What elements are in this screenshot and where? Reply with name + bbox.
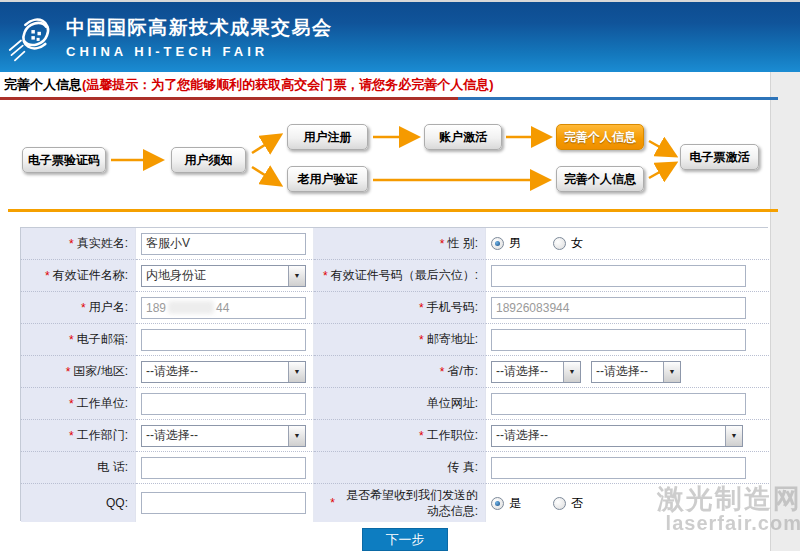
cell-company-website [486,388,769,420]
cell-country: --请选择-- ▼ [136,356,314,388]
flow-step-eticket-activate: 电子票激活 [680,144,759,170]
label-company-website: 单位网址: [314,388,486,420]
dropdown-arrow-icon: ▼ [288,426,305,446]
chtf-logo-icon [8,11,60,63]
orange-divider [8,209,778,212]
phone-input[interactable] [141,457,306,479]
label-email: * 电子邮箱: [21,324,136,356]
department-select[interactable]: --请选择-- ▼ [141,425,306,447]
dropdown-arrow-icon: ▼ [563,362,580,382]
label-newsletter: * 是否希望收到我们发送的动态信息: [314,484,486,522]
id-number-input[interactable] [491,265,746,287]
label-qq: QQ: [21,484,136,522]
cell-username: 189 44 [136,292,314,324]
flow-step-complete-info: 完善个人信息 [556,166,644,192]
notice-tip: (温馨提示：为了您能够顺利的获取高交会门票，请您务必完善个人信息) [82,76,494,94]
dropdown-arrow-icon: ▼ [725,426,742,446]
position-select[interactable]: --请选择-- ▼ [491,425,743,447]
label-fax: 传 真: [314,452,486,484]
cell-id-number [486,260,769,292]
label-province-city: * 省/市: [314,356,486,388]
province-select[interactable]: --请选择-- ▼ [491,361,581,383]
username-redaction [168,301,214,314]
country-select[interactable]: --请选择-- ▼ [141,361,306,383]
mobile-input-disabled [491,297,746,319]
label-position: * 工作职位: [314,420,486,452]
company-input[interactable] [141,393,306,415]
label-country: * 国家/地区: [21,356,136,388]
site-title-cn: 中国国际高新技术成果交易会 [66,15,333,41]
gender-female-radio[interactable] [553,237,566,250]
newsletter-no-option[interactable]: 否 [553,495,583,512]
email-input[interactable] [141,329,306,351]
label-phone: 电 话: [21,452,136,484]
username-field-disabled: 189 44 [141,297,306,319]
flow-step-eticket-code: 电子票验证码 [22,147,106,173]
cell-province-city: --请选择-- ▼ --请选择-- ▼ [486,356,769,388]
real-name-input[interactable] [141,233,306,255]
cell-position: --请选择-- ▼ [486,420,769,452]
label-real-name: * 真实姓名: [21,228,136,260]
dropdown-arrow-icon: ▼ [288,362,305,382]
flow-step-user-register: 用户注册 [287,124,368,150]
gender-male-option[interactable]: 男 [491,235,521,252]
flow-arrows [0,110,778,210]
cell-fax [486,452,769,484]
site-title-en: CHINA HI-TECH FAIR [66,44,333,59]
next-step-button[interactable]: 下一步 [362,528,448,551]
personal-info-form: * 真实姓名: * 性 别: 男 女 * 有效证件名称: 内 [20,227,768,521]
city-select[interactable]: --请选择-- ▼ [591,361,681,383]
title-divider [0,97,778,100]
cell-phone [136,452,314,484]
flow-step-old-user-verify: 老用户验证 [287,166,368,192]
newsletter-yes-option[interactable]: 是 [491,495,521,512]
gender-male-radio[interactable] [491,237,504,250]
cell-email [136,324,314,356]
flow-step-user-notice: 用户须知 [171,147,246,173]
site-header: 中国国际高新技术成果交易会 CHINA HI-TECH FAIR [0,2,800,72]
notice-bar: 完善个人信息 (温馨提示：为了您能够顺利的获取高交会门票，请您务必完善个人信息) [0,72,770,97]
fax-input[interactable] [491,457,746,479]
company-website-input[interactable] [491,393,746,415]
label-company: * 工作单位: [21,388,136,420]
flow-step-complete-info-active: 完善个人信息 [556,124,644,150]
postal-address-input[interactable] [491,329,746,351]
cell-real-name [136,228,314,260]
cell-qq [136,484,314,522]
newsletter-yes-radio[interactable] [491,497,504,510]
cell-postal-address [486,324,769,356]
cell-newsletter: 是 否 [486,484,769,522]
id-type-select[interactable]: 内地身份证 ▼ [141,265,306,287]
gender-female-option[interactable]: 女 [553,235,583,252]
cell-department: --请选择-- ▼ [136,420,314,452]
label-id-number: * 有效证件号码（最后六位）: [314,260,486,292]
page-title: 完善个人信息 [4,76,82,94]
newsletter-no-radio[interactable] [553,497,566,510]
dropdown-arrow-icon: ▼ [288,266,305,286]
registration-flow-diagram: 电子票验证码 用户须知 用户注册 老用户验证 账户激活 完善个人信息 完善个人信… [0,110,778,210]
label-department: * 工作部门: [21,420,136,452]
qq-input[interactable] [141,492,306,514]
label-username: * 用户名: [21,292,136,324]
label-id-type: * 有效证件名称: [21,260,136,292]
label-gender: * 性 别: [314,228,486,260]
cell-gender: 男 女 [486,228,769,260]
label-mobile: * 手机号码: [314,292,486,324]
label-postal-address: * 邮寄地址: [314,324,486,356]
flow-step-account-activate: 账户激活 [424,124,502,150]
dropdown-arrow-icon: ▼ [663,362,680,382]
cell-company [136,388,314,420]
page: 中国国际高新技术成果交易会 CHINA HI-TECH FAIR 完善个人信息 … [0,0,800,551]
cell-id-type: 内地身份证 ▼ [136,260,314,292]
cell-mobile [486,292,769,324]
